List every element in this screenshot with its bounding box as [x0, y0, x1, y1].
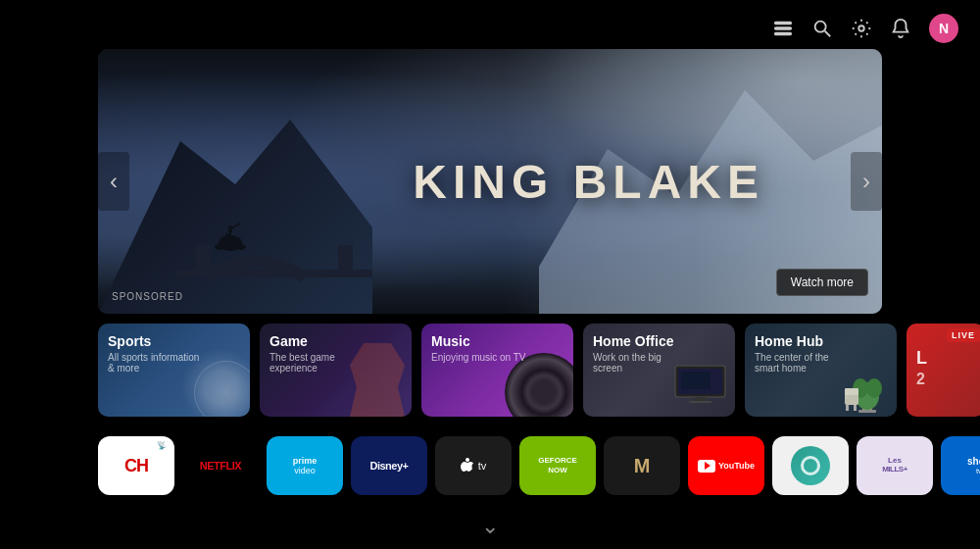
header: N: [751, 0, 980, 57]
sansar-logo: [791, 446, 830, 485]
svg-point-14: [236, 244, 246, 250]
category-card-home-hub[interactable]: Home Hub The center of the smart home: [745, 324, 897, 417]
category-card-game[interactable]: Game The best game experience: [260, 324, 412, 417]
svg-rect-10: [225, 233, 231, 245]
svg-point-29: [466, 458, 469, 462]
geforce-line1: GEFORCE: [538, 456, 577, 466]
app-tile-prime[interactable]: prime video: [267, 436, 343, 495]
live-card[interactable]: LIVE L 2: [906, 324, 980, 417]
hero-banner: ‹ › KING BLAKE SPONSORED Watch more: [98, 49, 882, 314]
sports-title: Sports: [108, 333, 206, 349]
disney-logo: Disney+: [370, 460, 409, 472]
sponsored-label: SPONSORED: [112, 291, 183, 302]
watch-more-button[interactable]: Watch more: [776, 269, 868, 296]
prime-video-label: video: [294, 466, 316, 475]
masterclass-logo: M: [634, 455, 651, 477]
search-icon[interactable]: [811, 18, 833, 39]
svg-rect-26: [845, 388, 858, 395]
app-tile-youtube[interactable]: YouTube: [688, 436, 764, 495]
live-line1: L: [916, 348, 927, 369]
scroll-down-arrow[interactable]: ⌄: [481, 514, 499, 539]
music-subtitle: Enjoying music on TV: [431, 352, 526, 363]
app-tile-lesmills[interactable]: Les MILLS+: [857, 436, 933, 495]
hero-prev-button[interactable]: ‹: [98, 152, 129, 211]
game-title: Game: [270, 333, 368, 349]
app-tile-geforce[interactable]: GEFORCE NOW: [519, 436, 596, 495]
hero-title: KING BLAKE: [413, 155, 764, 209]
ch-signal-icon: 📡: [157, 441, 167, 450]
svg-point-3: [815, 22, 826, 32]
home-office-subtitle: Work on the big screen: [593, 352, 691, 374]
svg-rect-28: [854, 405, 857, 411]
svg-rect-27: [846, 405, 849, 411]
home-hub-subtitle: The center of the smart home: [755, 352, 853, 374]
home-office-title: Home Office: [593, 333, 691, 349]
category-cards: Sports All sports information & more Gam…: [98, 324, 980, 422]
app-tile-appletv[interactable]: tv: [435, 436, 512, 495]
svg-rect-1: [775, 27, 792, 29]
app-tile-shoptv[interactable]: shop tv: [941, 436, 980, 495]
settings-icon[interactable]: [851, 18, 872, 39]
youtube-play-icon: [698, 460, 715, 473]
svg-rect-11: [228, 225, 232, 233]
geforce-line2: NOW: [548, 466, 567, 475]
svg-point-5: [858, 25, 864, 31]
shop-tv-label: tv: [976, 467, 980, 475]
svg-rect-17: [695, 397, 706, 401]
ch-logo: CH: [124, 456, 148, 476]
youtube-label: YouTube: [718, 461, 755, 471]
svg-rect-0: [775, 23, 792, 25]
svg-rect-2: [775, 33, 792, 35]
music-title: Music: [431, 333, 526, 349]
app-tile-masterclass[interactable]: M: [604, 436, 680, 495]
svg-rect-21: [858, 410, 876, 413]
avatar[interactable]: N: [929, 14, 958, 43]
appletv-label: tv: [478, 460, 487, 472]
lesmills-mills: MILLS+: [882, 466, 907, 474]
svg-rect-18: [689, 401, 711, 403]
live-line2: 2: [916, 371, 925, 388]
hero-next-button[interactable]: ›: [851, 152, 882, 211]
svg-rect-7: [196, 245, 211, 270]
svg-point-24: [866, 378, 882, 398]
svg-point-13: [215, 244, 224, 250]
game-subtitle: The best game experience: [270, 352, 368, 374]
app-tile-ch[interactable]: CH 📡: [98, 436, 174, 495]
category-card-music[interactable]: Music Enjoying music on TV: [421, 324, 573, 417]
apple-icon: [461, 458, 474, 474]
svg-line-4: [825, 31, 831, 37]
home-hub-title: Home Hub: [755, 333, 853, 349]
svg-line-12: [231, 224, 240, 228]
shop-logo: shop: [967, 456, 980, 467]
notification-icon[interactable]: [890, 18, 911, 39]
live-badge: LIVE: [947, 328, 980, 342]
app-tile-sansar[interactable]: [772, 436, 849, 495]
category-card-home-office[interactable]: Home Office Work on the big screen: [583, 324, 735, 417]
menu-icon[interactable]: [772, 18, 794, 39]
app-tile-netflix[interactable]: NETFLIX: [182, 436, 259, 495]
bridge-decoration: [176, 216, 372, 294]
sports-subtitle: All sports information & more: [108, 352, 206, 374]
app-tile-disney[interactable]: Disney+: [351, 436, 427, 495]
svg-rect-8: [338, 245, 353, 270]
netflix-logo: NETFLIX: [200, 460, 241, 472]
apps-row: CH 📡 NETFLIX prime video Disney+ tv GEFO…: [98, 436, 980, 495]
prime-logo: prime: [293, 456, 318, 466]
category-card-sports[interactable]: Sports All sports information & more: [98, 324, 250, 417]
svg-rect-19: [681, 372, 710, 389]
